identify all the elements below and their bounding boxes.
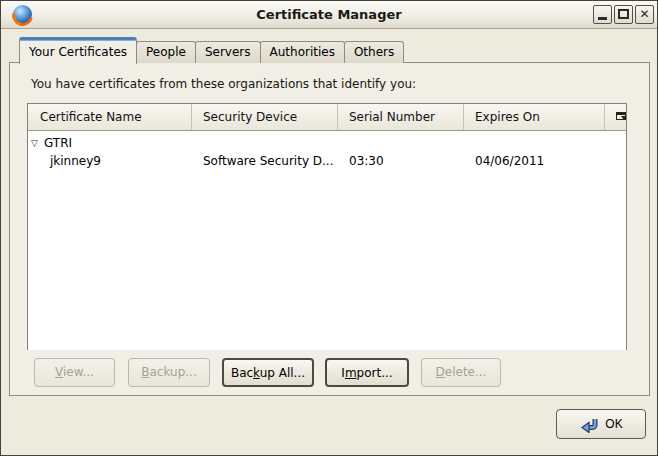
- minimize-icon: [598, 17, 607, 20]
- close-icon: ✕: [636, 7, 653, 21]
- column-header-expires-on[interactable]: Expires On: [464, 104, 605, 130]
- table-row-gtri[interactable]: ▽ GTRI: [28, 134, 626, 152]
- tab-your-certificates[interactable]: Your Certificates: [19, 37, 137, 64]
- minimize-button[interactable]: [593, 5, 612, 24]
- certificates-table: Certificate Name Security Device Serial …: [27, 103, 627, 350]
- ok-label: OK: [605, 417, 622, 431]
- group-name: GTRI: [44, 136, 72, 150]
- column-header-serial-number[interactable]: Serial Number: [338, 104, 464, 130]
- close-button[interactable]: ✕: [635, 5, 654, 24]
- view-button[interactable]: View...: [34, 358, 115, 387]
- window-controls: ✕: [591, 5, 654, 24]
- tab-strip: Your Certificates People Servers Authori…: [19, 36, 403, 63]
- ok-button[interactable]: OK: [556, 409, 646, 439]
- import-button[interactable]: Import...: [325, 358, 409, 387]
- backup-all-button[interactable]: Backup All...: [222, 358, 314, 387]
- tab-servers[interactable]: Servers: [195, 41, 261, 63]
- cell-certificate-name: jkinney9: [28, 154, 192, 168]
- column-header-certificate-name[interactable]: Certificate Name: [28, 104, 192, 130]
- expander-icon[interactable]: ▽: [31, 138, 44, 148]
- tab-people[interactable]: People: [136, 41, 196, 63]
- your-certificates-panel: You have certificates from these organiz…: [9, 62, 650, 396]
- backup-button[interactable]: Backup...: [128, 358, 210, 387]
- titlebar: Certificate Manager ✕: [1, 1, 657, 29]
- panel-description: You have certificates from these organiz…: [31, 77, 416, 91]
- column-picker-icon: [616, 111, 626, 123]
- cell-security-device: Software Security D...: [192, 154, 338, 168]
- table-header: Certificate Name Security Device Serial …: [28, 104, 626, 131]
- window-title: Certificate Manager: [1, 1, 657, 29]
- tab-authorities[interactable]: Authorities: [260, 41, 345, 63]
- delete-button[interactable]: Delete...: [421, 358, 501, 387]
- cell-serial-number: 03:30: [338, 154, 464, 168]
- certificate-manager-window: Certificate Manager ✕ Your Certificates …: [0, 0, 658, 456]
- table-body: ▽ GTRI jkinney9 Software Security D... 0…: [28, 131, 626, 350]
- maximize-icon: [618, 9, 629, 19]
- tab-others[interactable]: Others: [344, 41, 404, 63]
- column-header-security-device[interactable]: Security Device: [192, 104, 338, 130]
- maximize-button[interactable]: [614, 5, 633, 24]
- cell-expires-on: 04/06/2011: [464, 154, 605, 168]
- column-picker-button[interactable]: [605, 104, 626, 130]
- enter-arrow-icon: [579, 416, 599, 433]
- table-row-jkinney9[interactable]: jkinney9 Software Security D... 03:30 04…: [28, 152, 626, 170]
